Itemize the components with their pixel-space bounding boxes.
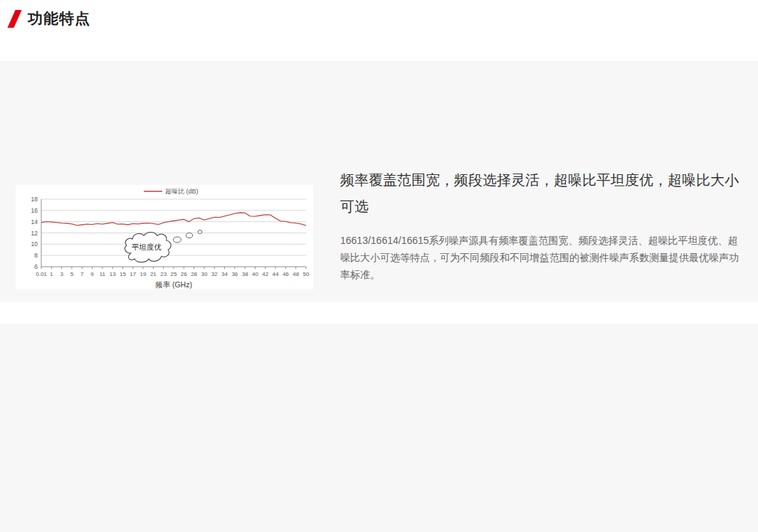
svg-text:15: 15 — [120, 271, 126, 277]
svg-text:1: 1 — [50, 271, 53, 277]
feature-band-2: 支持多种噪声系数测量仪器，USB噪声源可配接到计算机，程控使用 16613/16… — [0, 324, 758, 532]
svg-text:平坦度优: 平坦度优 — [132, 243, 162, 251]
svg-text:12: 12 — [31, 230, 38, 237]
svg-text:19: 19 — [140, 271, 147, 277]
svg-text:3: 3 — [60, 271, 63, 277]
page-title: 功能特点 — [28, 9, 90, 28]
section-header: 功能特点 — [9, 9, 90, 28]
page: 功能特点 6810121416180.011357911131517192123… — [0, 0, 758, 532]
feature1-title: 频率覆盖范围宽，频段选择灵活，超噪比平坦度优，超噪比大小可选 — [340, 167, 743, 220]
svg-text:30: 30 — [201, 271, 207, 277]
svg-text:13: 13 — [110, 271, 116, 277]
svg-text:7: 7 — [80, 271, 84, 277]
svg-text:46: 46 — [283, 271, 289, 277]
svg-text:34: 34 — [221, 271, 228, 277]
svg-text:50: 50 — [303, 271, 310, 277]
svg-text:38: 38 — [242, 271, 248, 277]
svg-text:频率 (GHz): 频率 (GHz) — [155, 280, 192, 289]
svg-text:8: 8 — [34, 252, 38, 259]
svg-text:14: 14 — [31, 218, 38, 225]
svg-text:48: 48 — [293, 271, 299, 277]
red-slash-icon — [7, 10, 21, 28]
svg-text:44: 44 — [273, 271, 279, 277]
feature1-body: 16613/16614/16615系列噪声源具有频率覆盖范围宽、频段选择灵活、超… — [340, 232, 743, 283]
svg-text:11: 11 — [100, 271, 106, 277]
svg-text:28: 28 — [191, 271, 197, 277]
svg-text:32: 32 — [211, 271, 218, 277]
svg-text:5: 5 — [70, 271, 74, 277]
svg-text:23: 23 — [160, 271, 167, 277]
svg-text:17: 17 — [130, 271, 136, 277]
svg-text:0.01: 0.01 — [36, 271, 47, 277]
svg-text:21: 21 — [150, 271, 157, 277]
svg-text:超噪比 (dB): 超噪比 (dB) — [165, 188, 199, 195]
enr-chart: 6810121416180.01135791113151719212325262… — [16, 185, 313, 289]
svg-text:9: 9 — [90, 271, 94, 277]
svg-text:16: 16 — [31, 207, 38, 214]
feature-band-1: 6810121416180.01135791113151719212325262… — [0, 60, 758, 302]
svg-text:36: 36 — [231, 271, 238, 277]
svg-text:6: 6 — [34, 263, 38, 270]
svg-text:40: 40 — [252, 271, 258, 277]
svg-text:42: 42 — [262, 271, 268, 277]
svg-text:18: 18 — [31, 196, 38, 203]
enr-flatness-chart: 6810121416180.01135791113151719212325262… — [16, 185, 313, 289]
svg-text:10: 10 — [31, 240, 38, 248]
svg-text:25: 25 — [171, 271, 177, 277]
svg-text:26: 26 — [181, 271, 187, 277]
